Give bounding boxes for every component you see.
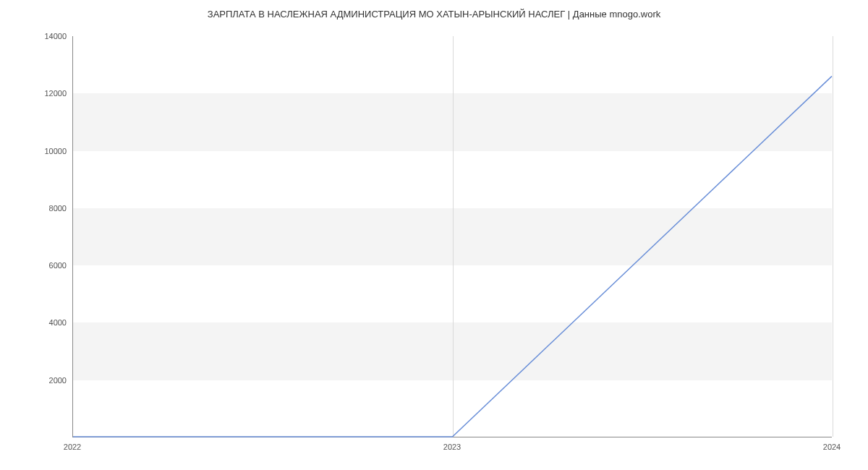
y-tick-label: 8000	[49, 204, 67, 213]
y-tick-label: 6000	[49, 261, 67, 270]
y-tick-label: 10000	[44, 147, 67, 155]
y-tick-label: 12000	[44, 89, 67, 98]
gridline-v	[833, 36, 833, 437]
y-tick-label: 2000	[49, 376, 67, 385]
data-line	[73, 76, 832, 437]
x-tick-label: 2022	[64, 443, 81, 451]
plot-area	[72, 36, 832, 437]
y-tick-label: 4000	[49, 318, 67, 327]
chart-title: ЗАРПЛАТА В НАСЛЕЖНАЯ АДМИНИСТРАЦИЯ МО ХА…	[0, 0, 868, 20]
y-tick-label: 14000	[44, 32, 67, 40]
x-tick-label: 2024	[823, 443, 841, 451]
line-series	[73, 36, 832, 437]
x-tick-label: 2023	[443, 443, 461, 451]
